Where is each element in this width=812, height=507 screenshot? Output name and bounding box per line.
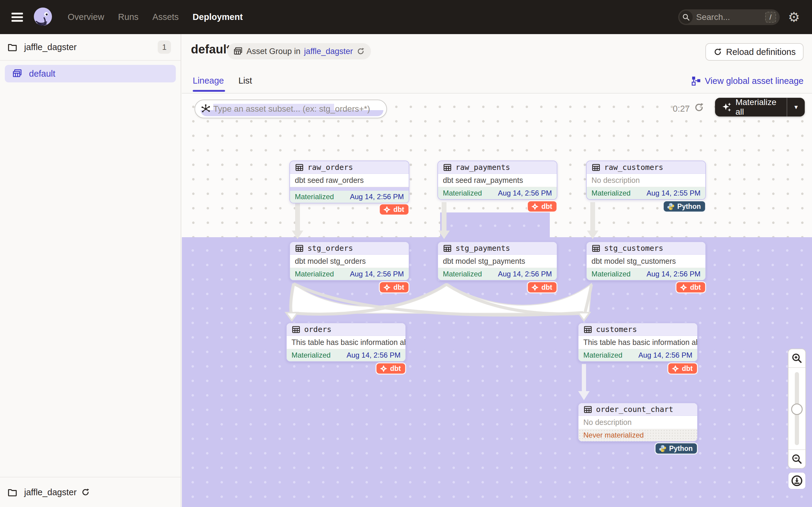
dbt-kind-badge[interactable]: dbt: [667, 362, 698, 375]
nav-item-assets[interactable]: Assets: [153, 12, 179, 22]
asset-node-stg_customers[interactable]: stg_customers dbt model stg_customers Ma…: [586, 241, 706, 281]
python-kind-badge[interactable]: Python: [663, 201, 706, 213]
asset-description: This table has basic information about .…: [287, 336, 405, 349]
materialization-timestamp: Aug 14, 2:56 PM: [350, 192, 404, 201]
node-footer: Materialized Aug 14, 2:56 PM: [578, 349, 697, 361]
materialization-status: Materialized: [295, 192, 334, 201]
asset-node-customers[interactable]: customers This table has basic informati…: [578, 323, 698, 362]
download-graph-button[interactable]: [788, 472, 806, 490]
materialization-status: Never materialized: [583, 431, 644, 439]
breadcrumb-link[interactable]: jaffle_dagster: [304, 47, 353, 56]
dbt-kind-badge[interactable]: dbt: [527, 201, 557, 213]
asset-group-icon: [12, 68, 22, 79]
nav-item-deployment[interactable]: Deployment: [193, 12, 243, 22]
dagster-logo-icon[interactable]: [32, 6, 54, 28]
asset-subset-input[interactable]: [211, 104, 386, 114]
view-global-asset-lineage-link[interactable]: View global asset lineage: [691, 76, 804, 86]
kind-badge-label: Python: [677, 203, 701, 211]
zoom-slider-handle[interactable]: [791, 403, 803, 415]
asset-node-header: raw_customers: [587, 161, 705, 174]
chevron-down-icon[interactable]: ▾: [787, 103, 805, 111]
materialize-all-button[interactable]: Materialize all ▾: [715, 98, 805, 116]
node-footer: Never materialized: [578, 429, 697, 441]
sidebar-code-location[interactable]: jaffle_dagster 1: [0, 34, 181, 61]
python-logo-icon: [667, 203, 675, 211]
tab-list[interactable]: List: [238, 76, 252, 92]
asset-description: This table has basic information about .…: [578, 336, 697, 349]
asset-description: dbt model stg_payments: [438, 255, 557, 268]
refresh-icon[interactable]: [356, 47, 365, 56]
tab-lineage[interactable]: Lineage: [193, 76, 224, 92]
asset-node-raw_orders[interactable]: raw_orders dbt seed raw_orders Materiali…: [289, 161, 409, 204]
dbt-kind-badge[interactable]: dbt: [379, 281, 409, 293]
dbt-kind-badge[interactable]: dbt: [527, 281, 557, 293]
asset-name: stg_payments: [456, 244, 510, 252]
dbt-kind-badge[interactable]: dbt: [375, 362, 406, 375]
materialization-status: Materialized: [443, 270, 482, 278]
lineage-graph-canvas[interactable]: 0:27 Materialize all ▾ dbt dbt: [182, 93, 812, 507]
python-kind-badge[interactable]: Python: [655, 442, 698, 454]
asset-subset-filter[interactable]: [195, 100, 387, 118]
materialization-timestamp: Aug 14, 2:55 PM: [647, 189, 701, 198]
node-progress-strip: [290, 187, 409, 191]
asset-description: dbt seed raw_payments: [438, 174, 557, 187]
python-logo-icon: [659, 445, 667, 453]
zoom-slider[interactable]: [789, 368, 805, 449]
hamburger-menu-icon[interactable]: [11, 13, 23, 22]
asset-node-header: stg_payments: [438, 242, 557, 255]
refresh-icon[interactable]: [81, 488, 90, 497]
materialization-status: Materialized: [295, 270, 334, 278]
kind-badge-label: dbt: [682, 364, 693, 373]
sidebar: jaffle_dagster 1 default jaffle_dagster: [0, 34, 181, 507]
materialization-status: Materialized: [592, 270, 630, 278]
asset-name: customers: [596, 325, 637, 334]
asset-name: order_count_chart: [596, 405, 673, 414]
dbt-logo-icon: [383, 283, 391, 291]
search-input[interactable]: [693, 12, 765, 22]
node-footer: Materialized Aug 14, 2:56 PM: [438, 187, 557, 199]
table-icon: [592, 244, 601, 253]
asset-node-raw_customers[interactable]: raw_customers No description Materialize…: [586, 161, 706, 200]
asset-description: dbt seed raw_orders: [290, 174, 409, 187]
asset-node-order_count_chart[interactable]: order_count_chart No description Never m…: [578, 403, 698, 442]
dbt-logo-icon: [379, 364, 388, 373]
asset-name: stg_orders: [308, 244, 353, 252]
settings-gear-icon[interactable]: ⚙: [788, 11, 800, 24]
node-footer: Materialized Aug 14, 2:56 PM: [287, 349, 405, 361]
table-icon: [292, 325, 301, 334]
dbt-logo-icon: [383, 206, 391, 214]
sidebar-footer[interactable]: jaffle_dagster: [0, 477, 181, 507]
dbt-kind-badge[interactable]: dbt: [675, 281, 706, 293]
search-icon: [679, 11, 693, 24]
refresh-icon[interactable]: [694, 102, 704, 113]
zoom-in-icon: [792, 353, 802, 363]
materialization-timestamp: Aug 14, 2:56 PM: [350, 270, 404, 278]
asset-node-stg_payments[interactable]: stg_payments dbt model stg_payments Mate…: [438, 241, 557, 281]
asset-node-header: customers: [578, 323, 697, 336]
asset-node-header: raw_payments: [438, 161, 557, 174]
nav-item-overview[interactable]: Overview: [68, 12, 104, 22]
asset-name: stg_customers: [604, 244, 663, 252]
zoom-out-button[interactable]: [789, 449, 805, 468]
node-footer: Materialized Aug 14, 2:56 PM: [438, 268, 557, 280]
reload-definitions-button[interactable]: Reload definitions: [705, 43, 804, 61]
asset-node-raw_payments[interactable]: raw_payments dbt seed raw_payments Mater…: [438, 161, 557, 200]
asset-node-stg_orders[interactable]: stg_orders dbt model stg_orders Material…: [289, 241, 409, 281]
asset-description: No description: [587, 174, 705, 187]
footer-code-location-label: jaffle_dagster: [24, 488, 77, 497]
dbt-kind-badge[interactable]: dbt: [379, 204, 409, 216]
asset-node-orders[interactable]: orders This table has basic information …: [286, 323, 406, 362]
global-search[interactable]: /: [678, 9, 780, 25]
materialization-timestamp: Aug 14, 2:56 PM: [638, 351, 692, 359]
kind-badge-label: dbt: [541, 203, 552, 211]
kind-badge-label: dbt: [393, 206, 404, 214]
primary-nav: OverviewRunsAssetsDeployment: [68, 12, 243, 22]
kind-badge-label: dbt: [393, 283, 404, 291]
view-global-asset-lineage-label: View global asset lineage: [705, 76, 804, 86]
sidebar-item-default[interactable]: default: [5, 65, 176, 82]
lineage-graph-icon: [691, 76, 701, 86]
nav-item-runs[interactable]: Runs: [118, 12, 139, 22]
refresh-timer: 0:27: [673, 104, 690, 114]
zoom-in-button[interactable]: [789, 349, 805, 368]
dbt-logo-icon: [671, 364, 679, 373]
